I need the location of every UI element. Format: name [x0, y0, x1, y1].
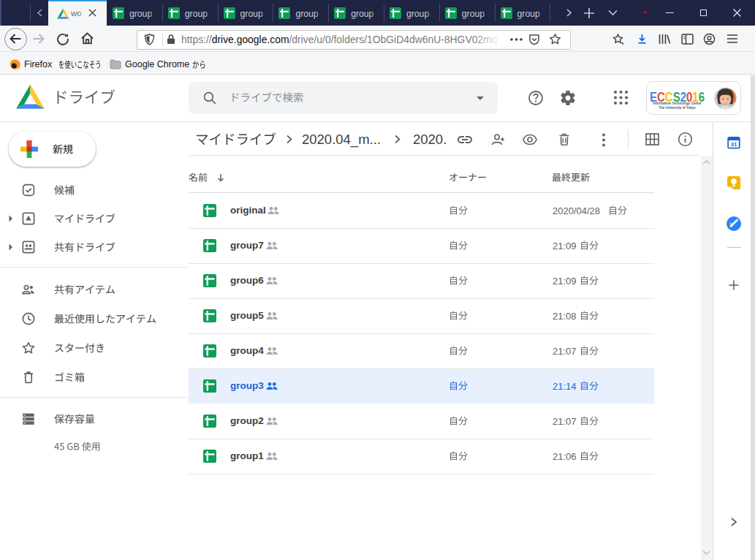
svg-text:The University of Tokyo: The University of Tokyo	[659, 106, 696, 110]
svg-text:31: 31	[731, 141, 737, 148]
svg-text:Information Technology Center: Information Technology Center	[653, 102, 702, 105]
